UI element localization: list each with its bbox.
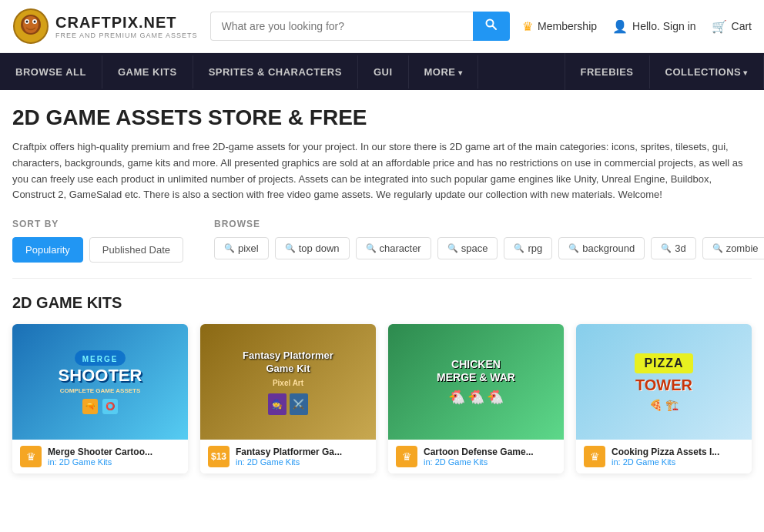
card-fantasy[interactable]: Fantasy PlatformerGame Kit Pixel Art 🧙 ⚔… xyxy=(200,324,376,473)
card-footer-fantasy: $13 Fantasy Platformer Ga... in: 2D Game… xyxy=(200,440,376,473)
sort-published-date[interactable]: Published Date xyxy=(89,237,183,263)
nav: BROWSE ALL GAME KITS SPRITES & CHARACTER… xyxy=(0,53,764,90)
search-icon xyxy=(485,18,498,31)
card-footer-merge-shooter: ♛ Merge Shooter Cartoo... in: 2D Game Ki… xyxy=(12,440,188,473)
logo-text: CRAFTPIX.NET FREE AND PREMIUM GAME ASSET… xyxy=(55,14,198,39)
nav-freebies[interactable]: FREEBIES xyxy=(565,55,650,89)
browse-tag-rpg[interactable]: 🔍 rpg xyxy=(504,237,552,259)
cards-grid: MERGE SHOOTER COMPLETE GAME ASSETS 🔫 ⭕ xyxy=(12,324,752,473)
card-footer-pizza: ♛ Cooking Pizza Assets I... in: 2D Game … xyxy=(576,440,752,473)
card-footer-cartoon: ♛ Cartoon Defense Game... in: 2D Game Ki… xyxy=(388,440,564,473)
browse-tag-character[interactable]: 🔍 character xyxy=(356,237,431,259)
card-cartoon[interactable]: CHICKENMERGE & WAR 🐔 🐔 🐔 ♛ Cartoon Defen… xyxy=(388,324,564,473)
nav-collections[interactable]: COLLECTIONS xyxy=(650,55,764,89)
page-title: 2D GAME ASSETS STORE & FREE xyxy=(12,105,752,130)
card-image-pizza: PIZZA TOWER 🍕 🏗️ xyxy=(576,324,752,440)
section-divider xyxy=(12,278,752,279)
signin-label: Hello. Sign in xyxy=(632,20,696,32)
browse-tag-pixel[interactable]: 🔍 pixel xyxy=(214,237,269,259)
svg-line-8 xyxy=(493,26,497,30)
crown-icon: ♛ xyxy=(522,19,533,34)
card-info-cartoon: Cartoon Defense Game... in: 2D Game Kits xyxy=(424,447,556,467)
browse-tags: 🔍 pixel 🔍 top down 🔍 character 🔍 space 🔍 xyxy=(214,237,764,259)
card-title-cartoon: Cartoon Defense Game... xyxy=(424,447,556,457)
svg-point-6 xyxy=(34,21,36,23)
main-content: 2D GAME ASSETS STORE & FREE Craftpix off… xyxy=(0,90,764,489)
card-info-fantasy: Fantasy Platformer Ga... in: 2D Game Kit… xyxy=(236,447,368,467)
card-merge-shooter[interactable]: MERGE SHOOTER COMPLETE GAME ASSETS 🔫 ⭕ xyxy=(12,324,188,473)
svg-point-4 xyxy=(26,21,28,23)
card-info-merge-shooter: Merge Shooter Cartoo... in: 2D Game Kits xyxy=(48,447,180,467)
sort-section: SORT BY Popularity Published Date xyxy=(12,219,183,263)
nav-browse-all[interactable]: BROWSE ALL xyxy=(0,55,102,89)
logo-icon xyxy=(12,8,49,45)
search-icon-topdown: 🔍 xyxy=(285,243,296,253)
card-badge-pizza: ♛ xyxy=(584,446,605,467)
browse-tag-background[interactable]: 🔍 background xyxy=(558,237,645,259)
card-badge-fantasy: $13 xyxy=(208,446,230,467)
search-icon-zombie: 🔍 xyxy=(712,243,723,253)
logo-name: CRAFTPIX.NET xyxy=(55,14,198,32)
card-pizza[interactable]: PIZZA TOWER 🍕 🏗️ ♛ Cooking Pizza Assets … xyxy=(576,324,752,473)
browse-tag-zombie[interactable]: 🔍 zombie xyxy=(702,237,764,259)
header-right: ♛ Membership 👤 Hello. Sign in 🛒 Cart xyxy=(522,19,752,34)
card-title-fantasy: Fantasy Platformer Ga... xyxy=(236,447,368,457)
browse-tag-3d[interactable]: 🔍 3d xyxy=(651,237,695,259)
search-bar xyxy=(210,12,510,41)
cart-icon: 🛒 xyxy=(712,19,727,34)
browse-label: BROWSE xyxy=(214,219,764,229)
card-image-cartoon: CHICKENMERGE & WAR 🐔 🐔 🐔 xyxy=(388,324,564,440)
game-kits-title: 2D GAME KITS xyxy=(12,294,752,312)
card-badge-merge-shooter: ♛ xyxy=(20,446,42,467)
card-badge-cartoon: ♛ xyxy=(396,446,417,467)
card-category-pizza[interactable]: in: 2D Game Kits xyxy=(612,457,744,467)
card-info-pizza: Cooking Pizza Assets I... in: 2D Game Ki… xyxy=(612,447,744,467)
card-image-merge-shooter: MERGE SHOOTER COMPLETE GAME ASSETS 🔫 ⭕ xyxy=(12,324,188,440)
nav-game-kits[interactable]: GAME KITS xyxy=(102,55,193,89)
nav-sprites-characters[interactable]: SPRITES & CHARACTERS xyxy=(193,55,358,89)
search-icon-3d: 🔍 xyxy=(661,243,672,253)
card-category-cartoon[interactable]: in: 2D Game Kits xyxy=(424,457,556,467)
page-description: Craftpix offers high-quality premium and… xyxy=(12,139,752,203)
logo-area[interactable]: CRAFTPIX.NET FREE AND PREMIUM GAME ASSET… xyxy=(12,8,198,45)
sort-label: SORT BY xyxy=(12,219,183,229)
card-image-fantasy: Fantasy PlatformerGame Kit Pixel Art 🧙 ⚔… xyxy=(200,324,376,440)
logo-sub: FREE AND PREMIUM GAME ASSETS xyxy=(55,32,198,39)
signin-link[interactable]: 👤 Hello. Sign in xyxy=(612,19,696,34)
search-icon-pixel: 🔍 xyxy=(224,243,235,253)
browse-section: BROWSE 🔍 pixel 🔍 top down 🔍 character 🔍 … xyxy=(214,219,764,263)
cart-link[interactable]: 🛒 Cart xyxy=(712,19,752,34)
user-icon: 👤 xyxy=(612,19,628,34)
cart-label: Cart xyxy=(732,20,752,32)
card-category-fantasy[interactable]: in: 2D Game Kits xyxy=(236,457,368,467)
svg-point-2 xyxy=(23,16,39,33)
sort-popularity[interactable]: Popularity xyxy=(12,237,83,263)
browse-tag-space[interactable]: 🔍 space xyxy=(437,237,498,259)
nav-gui[interactable]: GUI xyxy=(358,55,409,89)
search-button[interactable] xyxy=(473,12,510,41)
search-icon-background: 🔍 xyxy=(568,243,579,253)
card-title-pizza: Cooking Pizza Assets I... xyxy=(612,447,744,457)
browse-tag-topdown[interactable]: 🔍 top down xyxy=(275,237,350,259)
membership-label: Membership xyxy=(538,20,597,32)
sort-buttons: Popularity Published Date xyxy=(12,237,183,263)
search-icon-rpg: 🔍 xyxy=(514,243,524,253)
header: CRAFTPIX.NET FREE AND PREMIUM GAME ASSET… xyxy=(0,0,764,53)
nav-more[interactable]: MORE xyxy=(409,55,479,89)
search-input[interactable] xyxy=(210,12,473,41)
membership-link[interactable]: ♛ Membership xyxy=(522,19,597,34)
sort-browse-section: SORT BY Popularity Published Date BROWSE… xyxy=(12,219,752,263)
search-icon-space: 🔍 xyxy=(447,243,458,253)
card-title-merge-shooter: Merge Shooter Cartoo... xyxy=(48,447,180,457)
search-icon-character: 🔍 xyxy=(366,243,377,253)
card-category-merge-shooter[interactable]: in: 2D Game Kits xyxy=(48,457,180,467)
